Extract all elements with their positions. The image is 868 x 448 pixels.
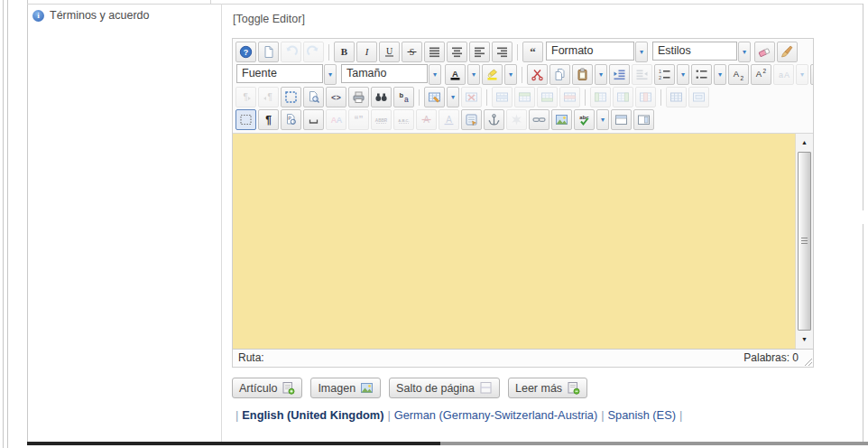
font-family-select[interactable]: Fuente▾ xyxy=(236,64,337,85)
font-select-button[interactable]: AA xyxy=(326,109,346,130)
delete-column-button[interactable] xyxy=(635,87,656,107)
translate-icon: ba xyxy=(397,90,411,104)
row-properties-button[interactable] xyxy=(492,87,512,107)
insert-table-dropdown-arrow[interactable]: ▾ xyxy=(447,87,459,107)
insert-row-before-button[interactable] xyxy=(514,87,535,107)
undo-button[interactable] xyxy=(281,42,301,62)
numbered-list-dropdown-arrow[interactable]: ▾ xyxy=(677,64,689,85)
text-color-button[interactable]: A xyxy=(445,64,466,85)
bullet-list-button[interactable] xyxy=(691,64,712,85)
deleted-text-button[interactable]: A xyxy=(416,109,437,130)
copy-button[interactable] xyxy=(549,64,570,85)
superscript-button[interactable]: A2 xyxy=(751,64,771,85)
rtl-paragraph-button[interactable]: ¶ xyxy=(258,87,279,107)
cleanup-button[interactable] xyxy=(777,42,798,62)
justify-left-button[interactable] xyxy=(469,42,490,62)
justify-full-button[interactable] xyxy=(424,42,445,62)
visualaid-icon xyxy=(239,113,253,126)
outdent-button[interactable] xyxy=(632,64,652,85)
justify-center-button[interactable] xyxy=(447,42,467,62)
split-cells-button[interactable] xyxy=(666,87,687,107)
dropdown-arrow-icon[interactable]: ▾ xyxy=(738,42,751,62)
dropdown-arrow-icon[interactable]: ▾ xyxy=(324,64,337,85)
spellcheck-dropdown-arrow[interactable]: ▾ xyxy=(596,109,609,130)
spellcheck-button[interactable]: abc xyxy=(574,109,595,130)
nonbreaking-space-button[interactable] xyxy=(303,109,324,130)
article-button[interactable]: Artículo xyxy=(232,378,302,398)
anchor-button[interactable] xyxy=(484,109,504,130)
paste-dropdown-arrow[interactable]: ▾ xyxy=(595,64,607,85)
ltr-paragraph-button[interactable]: ¶ xyxy=(235,87,256,107)
remove-format-button[interactable] xyxy=(754,42,775,62)
underline-button[interactable]: U xyxy=(379,42,400,62)
find-button[interactable] xyxy=(371,87,392,107)
new-document-button[interactable] xyxy=(258,42,279,62)
paste-button[interactable] xyxy=(572,64,593,85)
print-button[interactable] xyxy=(348,87,369,107)
indent-button[interactable] xyxy=(609,64,630,85)
delete-row-button[interactable] xyxy=(559,87,580,107)
insert-table-button[interactable] xyxy=(424,87,445,107)
readmore-button[interactable]: Leer más xyxy=(508,378,587,398)
highlight-color-button[interactable] xyxy=(482,64,503,85)
format-select[interactable]: Formato▾ xyxy=(546,42,649,62)
layer-icon xyxy=(614,113,628,126)
attributes-button[interactable] xyxy=(461,109,482,130)
cut-button[interactable] xyxy=(527,64,548,85)
highlight-color-dropdown-arrow[interactable]: ▾ xyxy=(504,64,517,85)
blockquote-button[interactable]: “ xyxy=(522,42,543,62)
abbreviation-button[interactable]: ABBR xyxy=(371,109,392,130)
translate-button[interactable]: ba xyxy=(393,87,414,107)
font-size-select[interactable]: Tamaño▾ xyxy=(341,64,442,85)
insert-column-before-button[interactable] xyxy=(590,87,611,107)
acronym-button[interactable]: A.B.C. xyxy=(393,109,414,130)
italic-button[interactable]: I xyxy=(356,42,377,62)
editor-content-area[interactable]: ▲ ▼ xyxy=(233,134,813,349)
numbered-list-button[interactable]: 12 xyxy=(654,64,675,85)
pagebreak-button[interactable]: Salto de página xyxy=(389,378,500,398)
insert-row-after-button[interactable] xyxy=(537,87,558,107)
subscript-button[interactable]: A2 xyxy=(728,64,749,85)
resize-grip[interactable] xyxy=(803,357,812,366)
editor-scrollbar[interactable]: ▲ ▼ xyxy=(795,134,813,349)
preview-button[interactable] xyxy=(303,87,324,107)
citation-button[interactable] xyxy=(506,109,527,130)
insert-layer-button[interactable] xyxy=(611,109,632,130)
quotation-button[interactable]: “” xyxy=(348,109,369,130)
show-blocks-button[interactable]: ¶ xyxy=(258,109,279,130)
visual-aid-button[interactable] xyxy=(235,109,256,130)
source-code-button[interactable]: <> xyxy=(326,87,346,107)
dropdown-arrow-icon[interactable]: ▾ xyxy=(635,42,648,62)
special-character-button[interactable]: Ω xyxy=(810,64,813,85)
delete-table-button[interactable] xyxy=(461,87,482,107)
insert-column-after-button[interactable] xyxy=(613,87,633,107)
case-change-button[interactable]: aA xyxy=(773,64,794,85)
bullet-list-dropdown-arrow[interactable]: ▾ xyxy=(714,64,726,85)
strikethrough-button[interactable]: S xyxy=(402,42,422,62)
acronym-icon: A.B.C. xyxy=(397,113,411,126)
fullscreen-button[interactable] xyxy=(281,87,301,107)
insert-iframe-button[interactable] xyxy=(633,109,654,130)
language-link[interactable]: German (Germany-Switzerland-Austria) xyxy=(394,408,597,422)
scrollbar-thumb[interactable] xyxy=(798,152,811,331)
inserted-text-button[interactable]: A xyxy=(439,109,459,130)
style-preview-button[interactable]: P xyxy=(281,109,301,130)
image-button[interactable]: Imagen xyxy=(310,378,381,398)
justify-right-button[interactable] xyxy=(492,42,512,62)
scroll-down-icon[interactable]: ▼ xyxy=(796,333,813,346)
merge-cells-button[interactable] xyxy=(688,87,709,107)
link-button[interactable] xyxy=(529,109,549,130)
scroll-up-icon[interactable]: ▲ xyxy=(796,136,813,149)
language-link[interactable]: Spanish (ES) xyxy=(608,408,676,422)
dropdown-arrow-icon[interactable]: ▾ xyxy=(429,64,441,85)
insert-image-button[interactable] xyxy=(551,109,572,130)
styles-select[interactable]: Estilos▾ xyxy=(652,42,752,62)
help-button[interactable]: ? xyxy=(235,42,256,62)
toggle-editor-link[interactable]: [Toggle Editor] xyxy=(233,13,305,25)
text-color-dropdown-arrow[interactable]: ▾ xyxy=(467,64,480,85)
bold-button[interactable]: B xyxy=(334,42,355,62)
language-link[interactable]: English (United Kingdom) xyxy=(242,408,383,422)
ltr-icon: ¶ xyxy=(239,90,253,104)
case-change-dropdown-arrow[interactable]: ▾ xyxy=(796,64,808,85)
redo-button[interactable] xyxy=(303,42,324,62)
